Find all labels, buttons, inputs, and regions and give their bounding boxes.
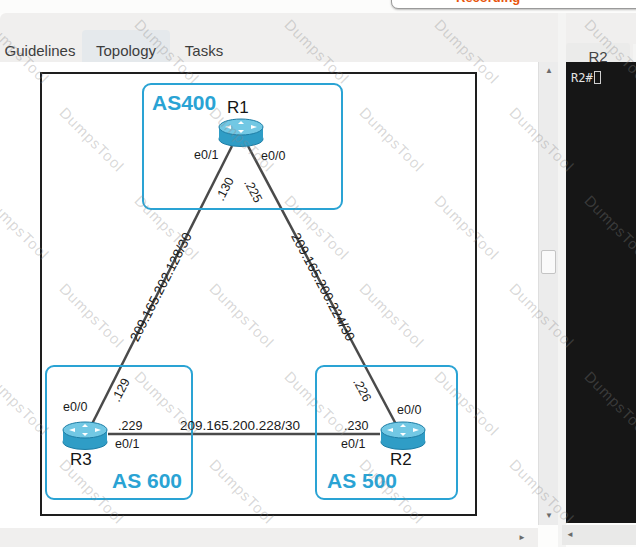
r1-e00-label: e0/0 <box>261 149 285 163</box>
terminal-prompt: R2# <box>571 71 593 85</box>
router-r3-icon[interactable] <box>62 421 108 451</box>
exam-sim-window: Recording Guidelines Topology Tasks R2 A… <box>0 0 636 547</box>
horizontal-scrollbar-left-pane[interactable]: ► <box>0 528 538 547</box>
terminal-cursor <box>594 71 601 84</box>
r2-e00-label: e0/0 <box>397 403 421 417</box>
as500-label: AS 500 <box>327 469 397 493</box>
r1-e01-label: e0/1 <box>194 148 218 162</box>
scroll-left-icon[interactable]: ◄ <box>566 531 574 539</box>
tab-bar: Guidelines Topology Tasks R2 <box>0 13 636 62</box>
router-r2-label: R2 <box>390 450 412 470</box>
as600-label: AS 600 <box>112 469 182 493</box>
notification-popup: Recording <box>391 0 636 9</box>
scroll-up-icon[interactable]: ▲ <box>545 67 553 75</box>
router-r3-label: R3 <box>70 450 92 470</box>
popup-text: Recording <box>456 0 520 5</box>
r3-e01-label: e0/1 <box>115 437 139 451</box>
r2-ip-230: .230 <box>344 419 368 433</box>
as400-label: AS400 <box>152 91 216 115</box>
vertical-scrollbar-thumb[interactable] <box>541 250 556 274</box>
topology-pane: AS400 AS 600 AS 500 <box>0 62 538 528</box>
r3-ip-229: .229 <box>118 419 142 433</box>
topology-diagram: AS400 AS 600 AS 500 <box>40 72 477 516</box>
router-icon <box>218 118 264 148</box>
router-r1-icon[interactable] <box>218 118 264 148</box>
r2-e01-label: e0/1 <box>341 437 365 451</box>
pane-divider <box>558 13 566 547</box>
router-r1-label: R1 <box>227 98 249 118</box>
subnet-label-200-228: 209.165.200.228/30 <box>180 418 300 433</box>
r3-e00-label: e0/0 <box>63 400 87 414</box>
router-r2-icon[interactable] <box>380 421 426 451</box>
vertical-scrollbar[interactable]: ▲ ▼ <box>538 62 558 525</box>
horizontal-scrollbar-terminal[interactable]: ◄ <box>562 525 636 545</box>
console-terminal[interactable]: R2# <box>566 62 636 523</box>
router-icon <box>62 421 108 451</box>
router-icon <box>380 421 426 451</box>
scroll-down-icon[interactable]: ▼ <box>545 512 553 520</box>
scroll-right-icon[interactable]: ► <box>518 534 526 542</box>
terminal-prompt-line: R2# <box>571 71 601 85</box>
